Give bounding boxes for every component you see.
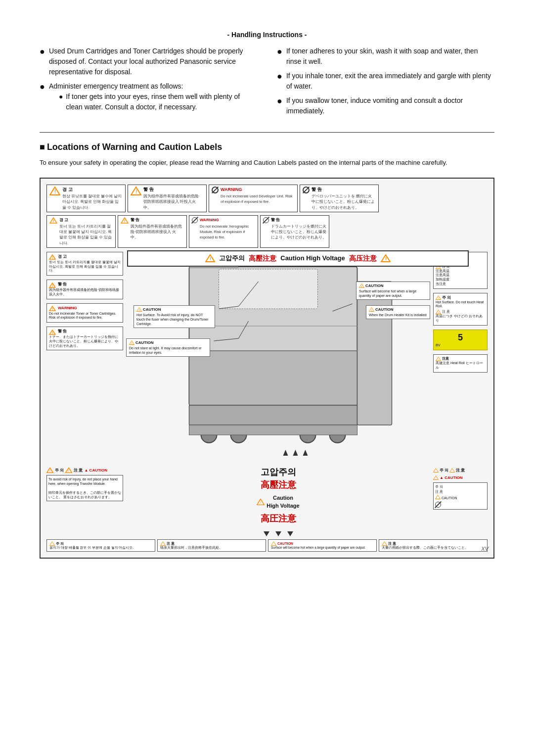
warn-icon-j2 [263,217,269,226]
warning-block-left-2: ! 警 告 因为组件器件有容成填备的危险·切防班纸纸接设入火中。 [46,280,123,299]
r-label-2-sub2: 高温につき やけどの おそれあり [436,314,485,323]
bottom-hv-japanese: 高圧注意 [261,512,296,525]
bl-1-header: 주 의 [49,541,152,546]
hv-chinese-simplified: 高压注意 [349,253,377,264]
page-content: - Handling Instructions - ● Used Drum Ca… [40,30,494,559]
right-bullet-3: ● If you swallow toner, induce vomiting … [277,95,494,116]
warn-small-text-left-1: 토너 또는 토너 카트리지를 절대로 불꽃에 날지 마십시오. 폭발로 인해 화… [49,260,121,273]
r-tri-sub-2: ! [436,310,441,314]
right-label-3-header: ! 注意 [436,357,485,361]
caution-triangle-3: ! [359,284,364,288]
svg-marker-66 [264,531,269,536]
caution-surface-title: ! CAUTION [359,284,427,288]
bl-tri-3 [271,541,276,546]
svg-marker-40 [293,450,298,456]
caution-hot-surface: ! CAUTION Hot Surface. To Avoid risk of … [134,305,215,329]
br-jui: 주 의 [440,468,448,473]
svg-text:!: ! [54,189,56,194]
svg-marker-68 [287,531,293,536]
br-tri-1 [433,468,439,472]
handling-left-col: ● Used Drum Cartridges and Toner Cartrid… [40,46,257,120]
warn-box-chinese-1-content: 警 告 因为组件器件有容成填备的危险·切防班纸纸班接设入 叶投入火中。 [143,187,204,210]
warning-labels-top-row: ! 경 고 현상 유닛트를 절대로 불수에 날지 마십시오. 폭발로 인해 화상… [46,185,488,212]
right-side-labels: ! 주 의 고온주의 ! 注 意 注意高温注意高温加热温度当注意 ! 주 의 [433,252,488,465]
bottom-left-labels: ! 주 의 ! 注 意 ▲ CAUTION To avoid risk of i… [46,468,123,537]
right-bullet-3-text: If you swallow toner, induce vomiting an… [286,95,494,116]
warn-small-text-left-4: トナー、またはトナーカートリッジを熱付に火中に投じないこと。粉じん爆発により、や… [49,335,121,348]
warn-title-j2: 警 告 [271,217,326,223]
caution-label-4: CAUTION [375,307,393,312]
caution-light-title: ! CAUTION [129,340,207,345]
bl-3-text: Surface will become hot when a large qua… [271,546,374,550]
handling-columns: ● Used Drum Cartridges and Toner Cartrid… [40,46,494,120]
high-voltage-bar: ! 고압주의 高壓注意 Caution High Voltage 高压注意 ! [127,250,469,267]
section-heading-text: Locations of Warning and Caution Labels [47,141,222,154]
caution-triangle-2: ! [129,340,134,345]
warn-box-chinese-1: ! 警 告 因为组件器件有容成填备的危险·切防班纸纸班接设入 叶投入火中。 [128,185,207,212]
right-label-3: ! 注意 高速注意 Heat Roll ヒートロール [433,354,488,373]
r-label-2-title: 주 의 [442,295,451,300]
svg-marker-74 [161,541,166,545]
handling-bullet-2-main: Administer emergency treatment as follow… [49,82,183,90]
caution-light: ! CAUTION Do not stare at light. It may … [126,338,210,357]
svg-marker-39 [283,450,288,456]
svg-rect-22 [189,405,357,425]
badge-unit: 8V [436,343,485,348]
warning-block-left-4-header: ! 警 告 [49,329,121,335]
divider [40,132,494,133]
right-bullet-1-text: If toner adheres to your skin, wash it w… [286,46,494,67]
warn-sub-c2: 因为组件器件有容成填备的危险·切防班纸纸班接设入 火中。 [131,224,184,240]
warn-box-english-1-content: WARNING Do not incinerate used Developer… [221,187,295,205]
bl-1-title: 주 의 [56,541,64,546]
svg-marker-41 [303,450,308,456]
warn-box-japanese-2: 警 告 ドラムカートリッジを燃付に火中に投じないこと。粉じん爆発により、やけどの… [260,215,329,248]
caution-label-1: CAUTION [143,307,161,312]
bottom-left-icons: ! 주 의 ! 注 意 ▲ CAUTION [46,468,123,473]
warn-title-e2: WARNING [200,217,255,223]
bl-2-header: 注 意 [160,541,263,546]
down-arrow-2 [274,529,282,537]
warn-box-korean-1-icon: ! [49,187,60,198]
warn-content-j2: 警 告 ドラムカートリッジを燃付に火中に投じないこと。粉じん爆発により、やけどの… [271,217,326,240]
r-label-2-text: Hot Surface. Do not touch Heat Roll. [436,300,485,309]
warn-sub-j2: ドラムカートリッジを燃付に火中に投じないこと。粉じん爆発により、やけどのおそれあ… [271,224,326,240]
bl-tri-2 [160,541,166,546]
handling-right-col: ● If toner adheres to your skin, wash it… [277,46,494,120]
bl-4-text: 大量の用紙が排出する際、この面に手を当てないこと。 [382,546,485,550]
warn-sub-english-1: Do not incinerate used Developer Unit. R… [221,193,295,205]
warning-block-left-3: ! WARNING Do not incinerate Toner or Ton… [46,303,123,323]
warning-labels-second-row: ! 경 고 토너 또는 토너 카트리지를 절대로 불꽃에 날지 마십시오. 폭발… [46,215,488,248]
svg-marker-76 [382,541,387,545]
bottom-center-hv: 고압주의 高壓注意 ! Caution High Voltage 高圧注意 [126,468,430,537]
caution-surface-hot: ! CAUTION Surface will become hot when a… [356,282,430,300]
svg-text:!: ! [49,469,50,472]
warn-title-japanese-1: 警 告 [312,187,376,193]
warn-title-c2: 警 告 [131,217,184,223]
bottom-hv-korean: 고압주의 [261,468,296,476]
no-fire-icon-1 [212,187,219,193]
svg-rect-30 [219,269,318,309]
right-bullet-2-text: If you inhale toner, exit the area immed… [286,71,494,92]
svg-marker-72 [436,495,441,499]
hv-korean: 고압주의 [219,253,245,263]
svg-text:!: ! [438,358,439,361]
warn-triangle-left-3: ! [49,306,56,311]
warning-block-left-1: ! 경 고 토너 또는 토너 카트리지를 절대로 불꽃에 날지 마십시오. 폭발… [46,252,123,276]
warn-title-korean-1: 경 고 [62,187,123,193]
bottom-hv-english-sub: High Voltage [267,502,299,510]
bottom-section: ! 주 의 ! 注 意 ▲ CAUTION To avoid risk of i… [46,468,488,537]
svg-marker-70 [450,469,455,472]
warning-block-left-1-header: ! 경 고 [49,254,121,260]
svg-text:!: ! [52,256,53,259]
warn-small-title-left-1: 경 고 [58,254,67,259]
svg-marker-75 [271,541,276,545]
hv-english: Caution High Voltage [280,253,345,263]
warn-icon-k2: ! [49,217,57,226]
r-label-2-sub: ! 注 意 [436,310,485,314]
svg-text:!: ! [260,501,261,504]
bl-3-title: CAUTION [277,541,293,546]
machine-main-area: ! 경 고 토너 또는 토너 카트리지를 절대로 불꽃에 날지 마십시오. 폭발… [46,252,488,465]
svg-text:!: ! [52,331,53,334]
warn-box-korean-2: ! 경 고 토너 또는 토너 카트리지를 절대로 불꽃에 날지 마십시오. 폭발… [46,215,116,248]
svg-marker-71 [434,476,439,480]
